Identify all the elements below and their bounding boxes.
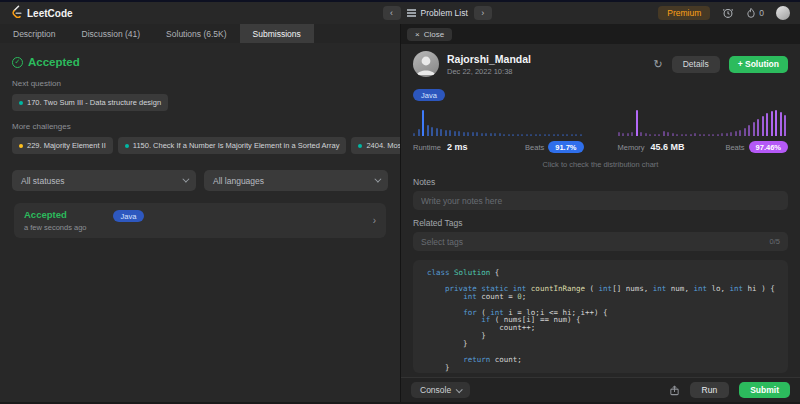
language-badge: Java (413, 89, 445, 101)
status-filter-value: All statuses (21, 176, 64, 186)
runtime-beats-badge: 91.7% (548, 141, 583, 153)
submitter-avatar[interactable] (413, 51, 439, 77)
streak-counter[interactable]: 0 (746, 7, 764, 19)
panel-tabbar: Description Discussion (41) Solutions (6… (0, 24, 400, 43)
streak-count: 0 (759, 8, 764, 18)
refresh-icon[interactable]: ↻ (653, 58, 662, 71)
next-question-label: Next question (12, 79, 388, 88)
memory-distribution-chart[interactable]: Memory 45.6 MB Beats 97.46% (618, 110, 789, 153)
tab-description[interactable]: Description (0, 24, 69, 43)
tab-solutions[interactable]: Solutions (6.5K) (153, 24, 239, 43)
leetcode-logo[interactable]: LeetCode (10, 4, 73, 22)
user-avatar[interactable] (776, 6, 790, 20)
timer-icon[interactable] (722, 7, 734, 19)
add-solution-button[interactable]: + Solution (729, 56, 788, 73)
problem-list-label: Problem List (421, 8, 468, 18)
challenge-title: 1150. Check If a Number Is Majority Elem… (133, 141, 340, 150)
premium-button[interactable]: Premium (658, 6, 710, 20)
related-tags-label: Related Tags (413, 218, 788, 228)
challenge-title: 229. Majority Element II (27, 141, 106, 150)
tags-count: 0/5 (770, 237, 780, 246)
details-button[interactable]: Details (672, 56, 720, 73)
memory-label: Memory (618, 143, 645, 152)
prev-problem-button[interactable]: ‹ (383, 6, 401, 20)
tab-discussion[interactable]: Discussion (41) (69, 24, 154, 43)
accepted-label: Accepted (28, 56, 80, 68)
problem-panel: Description Discussion (41) Solutions (6… (0, 24, 400, 402)
submission-row[interactable]: Accepted a few seconds ago Java › (14, 203, 386, 238)
difficulty-dot (19, 101, 23, 105)
submitter-name: Rajorshi_Mandal (447, 53, 531, 65)
runtime-value: 2 ms (447, 142, 468, 152)
challenge-chip[interactable]: 229. Majority Element II (12, 137, 113, 154)
memory-value: 45.6 MB (651, 142, 685, 152)
submission-language-badge: Java (113, 210, 145, 222)
memory-beats-badge: 97.46% (749, 141, 788, 153)
difficulty-dot (125, 144, 129, 148)
notes-label: Notes (413, 177, 788, 187)
problem-list-icon (407, 12, 416, 13)
chevron-down-icon (374, 176, 381, 183)
tab-submissions[interactable]: Submissions (240, 24, 314, 43)
accepted-heading: ✓ Accepted (12, 56, 388, 68)
brand-name: LeetCode (27, 8, 73, 19)
beats-label: Beats (725, 143, 744, 152)
console-label: Console (420, 385, 451, 395)
chevron-down-icon (456, 386, 463, 393)
close-label: Close (424, 30, 444, 39)
close-icon: × (415, 30, 420, 39)
submission-detail-panel: × Close Rajorshi_Mandal Dec 22, 2022 10:… (400, 24, 800, 402)
runtime-label: Runtime (413, 143, 441, 152)
code-editor[interactable]: class Solution { private static int coun… (413, 260, 788, 373)
difficulty-dot (19, 144, 23, 148)
editor-bottom-bar: Console Run Submit (401, 377, 800, 402)
check-circle-icon: ✓ (12, 57, 23, 68)
next-question-chip[interactable]: 170. Two Sum III - Data structure design (12, 94, 168, 111)
runtime-distribution-chart[interactable]: Runtime 2 ms Beats 91.7% (413, 110, 584, 153)
flame-icon (746, 7, 756, 19)
run-button[interactable]: Run (690, 382, 730, 398)
tags-input[interactable] (421, 237, 764, 247)
chevron-right-icon: › (373, 215, 376, 226)
submission-status: Accepted (24, 209, 87, 220)
more-challenges-label: More challenges (12, 122, 388, 131)
submission-time: a few seconds ago (24, 223, 87, 232)
console-button[interactable]: Console (411, 382, 470, 398)
chevron-down-icon (182, 176, 189, 183)
runtime-histogram (413, 110, 584, 136)
challenge-chip[interactable]: 1150. Check If a Number Is Majority Elem… (118, 137, 347, 154)
notes-input[interactable] (421, 196, 780, 206)
submit-button[interactable]: Submit (739, 382, 790, 398)
next-problem-button[interactable]: › (474, 6, 492, 20)
beats-label: Beats (525, 143, 544, 152)
leetcode-logo-icon (10, 4, 23, 22)
status-filter-dropdown[interactable]: All statuses (12, 170, 196, 191)
problem-list-button[interactable]: Problem List (407, 8, 468, 18)
upload-icon[interactable] (669, 385, 680, 396)
next-question-title: 170. Two Sum III - Data structure design (27, 98, 161, 107)
distribution-hint: Click to check the distribution chart (413, 160, 788, 169)
language-filter-value: All languages (213, 176, 264, 186)
top-navbar: LeetCode ‹ Problem List › Premium 0 (0, 0, 800, 24)
difficulty-dot (358, 144, 362, 148)
memory-histogram (618, 110, 789, 136)
language-filter-dropdown[interactable]: All languages (204, 170, 388, 191)
submission-date: Dec 22, 2022 10:38 (447, 67, 531, 76)
close-button[interactable]: × Close (407, 28, 452, 41)
